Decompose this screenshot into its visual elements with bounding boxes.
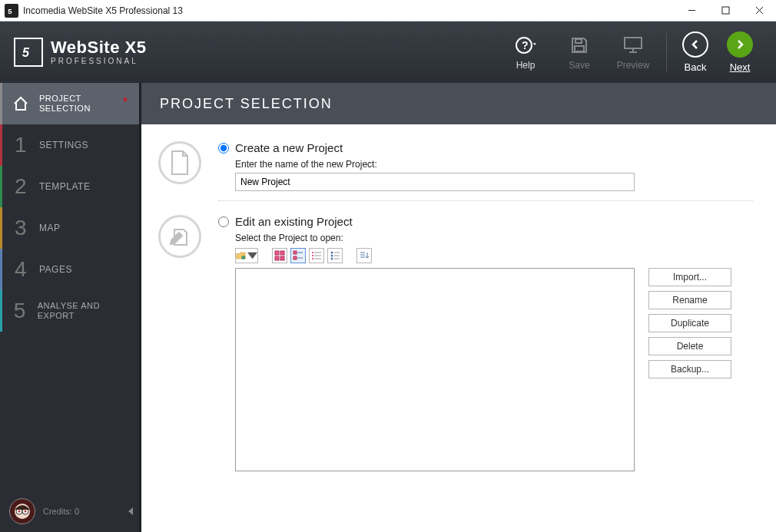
brand-name: WebSite X5 [51,39,146,56]
view-titles-button[interactable] [290,248,306,263]
save-label: Save [569,60,589,71]
next-icon [727,31,753,58]
close-button[interactable] [742,0,776,21]
next-label: Next [730,61,751,73]
sidebar-item-label: TEMPLATE [39,181,90,192]
logo-mark: 5 [14,38,43,67]
toolbar-divider [666,33,667,71]
collapse-sidebar-icon[interactable] [128,507,133,515]
svg-text:5: 5 [8,6,12,15]
new-project-name-input[interactable] [235,173,635,191]
svg-rect-20 [280,251,284,255]
sidebar-item-map[interactable]: 3 MAP [0,207,139,249]
open-project-label: Select the Project to open: [235,233,753,243]
svg-point-17 [25,511,27,513]
content-body: Create a new Project Enter the name of t… [141,124,776,532]
svg-rect-19 [275,251,279,255]
svg-rect-27 [312,252,313,253]
view-toolbar [235,248,753,263]
sidebar-item-settings[interactable]: 1 SETTINGS [0,124,139,166]
edit-document-icon [158,215,201,258]
sort-button[interactable] [356,248,372,263]
step-number: 3 [12,216,30,240]
svg-point-33 [331,252,333,254]
sidebar-item-template[interactable]: 2 TEMPLATE [0,166,139,207]
rename-button[interactable]: Rename [648,291,731,309]
back-button[interactable]: Back [673,31,718,73]
maximize-button[interactable] [708,0,742,21]
step-number: 1 [12,133,30,157]
sidebar-item-pages[interactable]: 4 PAGES [0,249,139,290]
section-create-project: Create a new Project Enter the name of t… [158,141,753,201]
svg-rect-21 [275,256,279,260]
sidebar-item-label: PAGES [39,264,72,275]
titlebar: 5 Incomedia WebSite X5 Professional 13 [0,0,776,21]
svg-rect-8 [575,39,582,43]
radio-edit-input[interactable] [218,216,229,227]
sidebar-item-label: PROJECT SELECTION [39,94,118,114]
svg-rect-29 [312,255,313,256]
save-icon [569,35,590,56]
sidebar-item-label: SETTINGS [39,140,88,150]
app-icon: 5 [5,4,18,18]
back-icon [682,31,708,58]
sidebar-item-project-selection[interactable]: PROJECT SELECTION [0,83,139,124]
svg-rect-23 [293,251,297,254]
new-project-name-label: Enter the name of the new Project: [235,159,753,170]
window-title: Incomedia WebSite X5 Professional 13 [23,5,183,16]
preview-icon [622,35,644,56]
radio-edit-label: Edit an existing Project [235,215,353,228]
body: PROJECT SELECTION 1 SETTINGS 2 TEMPLATE … [0,83,776,532]
help-label: Help [516,60,536,71]
page-title: PROJECT SELECTION [141,83,776,124]
sidebar: PROJECT SELECTION 1 SETTINGS 2 TEMPLATE … [0,83,141,532]
view-details-button[interactable] [327,248,343,263]
content: PROJECT SELECTION Create a new Project E… [141,83,776,532]
preview-button[interactable]: Preview [606,35,660,71]
new-document-icon [158,141,201,184]
svg-point-16 [18,511,21,513]
step-number: 5 [12,299,28,323]
step-number: 4 [12,257,30,282]
view-large-icons-button[interactable] [272,248,287,263]
next-button[interactable]: Next [718,31,762,73]
sidebar-item-analyse-export[interactable]: 5 ANALYSE AND EXPORT [0,290,139,332]
project-list[interactable] [235,268,635,471]
svg-point-37 [331,258,333,260]
backup-button[interactable]: Backup... [648,360,731,378]
duplicate-button[interactable]: Duplicate [648,314,731,332]
svg-text:?: ? [522,39,529,51]
radio-create-label: Create a new Project [235,141,343,154]
svg-text:5: 5 [22,46,30,59]
svg-rect-2 [722,7,729,14]
radio-create-input[interactable] [218,143,229,154]
notification-dot [124,97,127,101]
svg-point-18 [242,256,245,259]
step-number: 2 [12,174,30,199]
header: 5 WebSite X5 PROFESSIONAL ? Help Save Pr… [0,21,776,83]
sidebar-footer: Credits: 0 [9,498,133,524]
save-button[interactable]: Save [552,35,606,71]
brand-edition: PROFESSIONAL [51,58,146,65]
import-button[interactable]: Import... [648,268,731,286]
svg-rect-22 [280,256,284,260]
back-label: Back [685,61,707,73]
logo: 5 WebSite X5 PROFESSIONAL [14,38,146,67]
credits-label: Credits: 0 [43,507,79,516]
sidebar-item-label: ANALYSE AND EXPORT [38,301,130,321]
preview-label: Preview [617,60,650,71]
delete-button[interactable]: Delete [648,337,731,355]
help-button[interactable]: ? Help [499,35,552,71]
folder-options-button[interactable] [235,248,258,263]
svg-rect-9 [575,46,584,51]
radio-create-project[interactable]: Create a new Project [218,141,753,154]
svg-rect-10 [625,38,642,48]
action-column: Import... Rename Duplicate Delete Backup… [648,268,731,471]
user-avatar[interactable] [9,498,35,524]
radio-edit-project[interactable]: Edit an existing Project [218,215,753,228]
minimize-button[interactable] [675,0,708,21]
svg-rect-25 [293,256,297,259]
view-list-button[interactable] [309,248,324,263]
section-edit-project: Edit an existing Project Select the Proj… [158,215,753,481]
home-icon [12,94,30,113]
